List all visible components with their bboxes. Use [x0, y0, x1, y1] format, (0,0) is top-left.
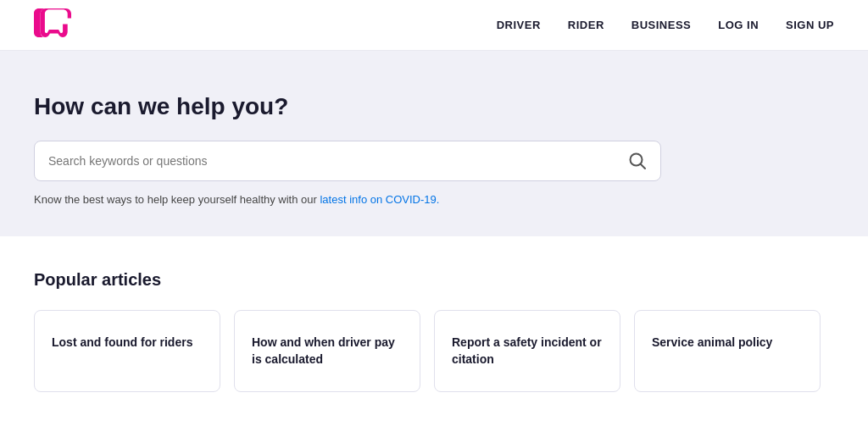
- articles-grid: Lost and found for riders How and when d…: [34, 310, 834, 392]
- nav-login[interactable]: LOG IN: [718, 19, 759, 31]
- search-icon: [628, 152, 647, 170]
- nav-driver[interactable]: DRIVER: [497, 19, 541, 31]
- main-content: Popular articles Lost and found for ride…: [0, 236, 868, 426]
- article-card-lost-found[interactable]: Lost and found for riders: [34, 310, 220, 392]
- search-bar: [34, 141, 661, 181]
- svg-line-1: [641, 164, 646, 169]
- nav-business[interactable]: BUSINESS: [632, 19, 691, 31]
- hero-section: How can we help you? Know the best ways …: [0, 51, 868, 236]
- popular-articles-section: Popular articles Lost and found for ride…: [34, 270, 834, 392]
- navbar: DRIVER RIDER BUSINESS LOG IN SIGN UP: [0, 0, 868, 51]
- hero-heading: How can we help you?: [34, 93, 834, 120]
- nav-rider[interactable]: RIDER: [568, 19, 604, 31]
- popular-articles-title: Popular articles: [34, 270, 834, 290]
- search-input[interactable]: [48, 154, 628, 168]
- nav-signup[interactable]: SIGN UP: [786, 19, 834, 31]
- covid-link[interactable]: latest info on COVID-19.: [320, 193, 439, 206]
- article-card-service-animal[interactable]: Service animal policy: [634, 310, 821, 392]
- nav-links: DRIVER RIDER BUSINESS LOG IN SIGN UP: [497, 19, 834, 31]
- lyft-logo[interactable]: [34, 8, 71, 41]
- search-button[interactable]: [628, 152, 647, 170]
- article-card-safety-incident[interactable]: Report a safety incident or citation: [434, 310, 620, 392]
- article-card-driver-pay[interactable]: How and when driver pay is calculated: [234, 310, 420, 392]
- hero-note: Know the best ways to help keep yourself…: [34, 193, 834, 206]
